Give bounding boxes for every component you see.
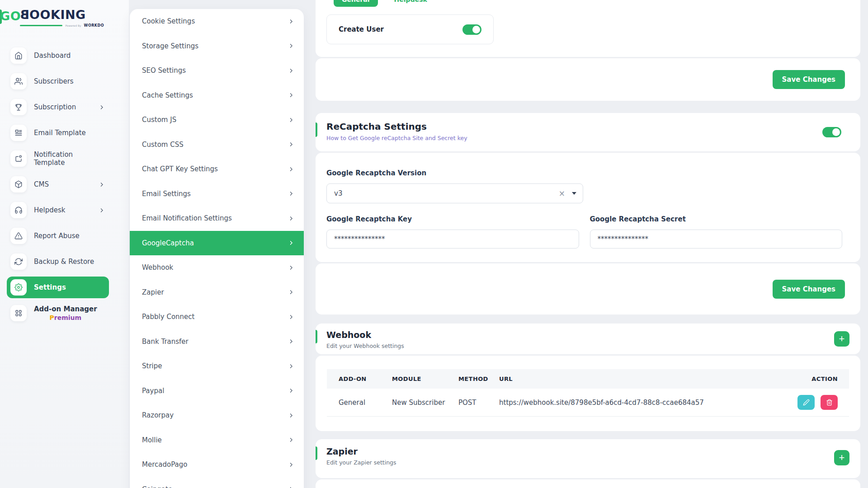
chevron-right-icon bbox=[288, 216, 293, 221]
recaptcha-key-group: Google Recaptcha Key bbox=[326, 215, 579, 249]
chevron-right-icon bbox=[288, 265, 293, 270]
clear-selection-icon[interactable]: × bbox=[559, 189, 565, 198]
settings-nav-webhook[interactable]: Webhook bbox=[130, 255, 304, 280]
chevron-right-icon bbox=[288, 413, 293, 418]
settings-nav-label: Razorpay bbox=[142, 411, 174, 419]
edit-webhook-button[interactable] bbox=[797, 395, 815, 410]
sidebar-item-label: CMS bbox=[34, 180, 49, 188]
settings-nav-label: Stripe bbox=[142, 362, 162, 370]
sidebar-item-label: Dashboard bbox=[34, 52, 71, 60]
recaptcha-form-card: Google Recaptcha Version v3 × Google Rec… bbox=[316, 153, 860, 262]
settings-nav-label: Email Notification Settings bbox=[142, 214, 232, 222]
delete-webhook-button[interactable] bbox=[821, 395, 838, 410]
settings-nav-label: Custom JS bbox=[142, 116, 176, 124]
powered-prefix: Powered By bbox=[65, 24, 81, 27]
sidebar-item-dashboard[interactable]: Dashboard bbox=[0, 43, 129, 69]
recaptcha-title: ReCaptcha Settings bbox=[326, 121, 860, 132]
settings-nav-bank-transfer[interactable]: Bank Transfer bbox=[130, 329, 304, 354]
settings-nav-label: Paypal bbox=[142, 387, 164, 395]
settings-nav-zapier[interactable]: Zapier bbox=[130, 280, 304, 305]
settings-nav-pabbly-connect[interactable]: Pabbly Connect bbox=[130, 305, 304, 329]
cell-method: POST bbox=[458, 389, 499, 417]
template-icon bbox=[10, 125, 27, 141]
zapier-title: Zapier bbox=[326, 446, 860, 456]
package-icon bbox=[10, 176, 27, 192]
chevron-right-icon bbox=[288, 241, 293, 245]
powered-by: Powered By WORKDO bbox=[20, 23, 104, 28]
recaptcha-help-link[interactable]: How to Get Google reCaptcha Site and Sec… bbox=[326, 135, 860, 141]
chevron-right-icon bbox=[288, 44, 293, 48]
column-header-url: URL bbox=[499, 369, 781, 389]
save-changes-button[interactable]: Save Changes bbox=[773, 280, 845, 299]
tab-general[interactable]: General bbox=[334, 0, 378, 7]
recaptcha-toggle[interactable] bbox=[822, 127, 841, 137]
settings-nav-razorpay[interactable]: Razorpay bbox=[130, 403, 304, 428]
recaptcha-secret-input[interactable] bbox=[590, 230, 843, 249]
chevron-right-icon bbox=[288, 364, 293, 368]
save-changes-button[interactable]: Save Changes bbox=[773, 70, 845, 89]
webhook-subtitle: Edit your Webhook settings bbox=[326, 343, 860, 349]
settings-nav-label: GoogleCaptcha bbox=[142, 239, 194, 247]
sidebar-item-settings[interactable]: Settings bbox=[7, 277, 109, 298]
add-zapier-button[interactable]: + bbox=[834, 450, 849, 465]
settings-nav-seo-settings[interactable]: SEO Settings bbox=[130, 58, 304, 83]
sidebar-item-backup-restore[interactable]: Backup & Restore bbox=[0, 249, 129, 275]
settings-nav-cookie-settings[interactable]: Cookie Settings bbox=[130, 9, 304, 34]
chevron-right-icon bbox=[288, 68, 293, 73]
settings-nav-email-settings[interactable]: Email Settings bbox=[130, 182, 304, 206]
recaptcha-keys-row: Google Recaptcha Key Google Recaptcha Se… bbox=[326, 215, 842, 249]
settings-nav-email-notification[interactable]: Email Notification Settings bbox=[130, 206, 304, 231]
settings-nav-cache-settings[interactable]: Cache Settings bbox=[130, 83, 304, 108]
zapier-subtitle: Edit your Zapier settings bbox=[326, 459, 860, 466]
sidebar-item-notification-template[interactable]: Notification Template bbox=[0, 146, 129, 172]
section-accent-bar bbox=[316, 330, 317, 343]
sidebar-item-email-template[interactable]: Email Template bbox=[0, 120, 129, 146]
alert-triangle-icon bbox=[10, 228, 27, 244]
settings-nav-stripe[interactable]: Stripe bbox=[130, 354, 304, 379]
settings-nav-label: SEO Settings bbox=[142, 66, 186, 75]
sidebar-nav: Dashboard Subscribers Subscription Email… bbox=[0, 43, 129, 326]
chevron-down-icon[interactable] bbox=[572, 192, 576, 195]
settings-nav-label: Custom CSS bbox=[142, 141, 184, 149]
settings-nav-paypal[interactable]: Paypal bbox=[130, 379, 304, 404]
sidebar-item-report-abuse[interactable]: Report Abuse bbox=[0, 223, 129, 249]
cell-url: https://webhook.site/8798e5bf-a6cd-4cd7-… bbox=[499, 389, 781, 417]
recaptcha-key-label: Google Recaptcha Key bbox=[326, 215, 579, 223]
settings-nav-chatgpt-key[interactable]: Chat GPT Key Settings bbox=[130, 157, 304, 182]
webhook-table-header-row: ADD-ON MODULE METHOD URL ACTION bbox=[327, 369, 849, 389]
brand-logo[interactable]: BOOKINGGO Powered By WORKDO bbox=[0, 0, 104, 28]
settings-nav-coingate[interactable]: Coingate bbox=[130, 477, 304, 488]
chevron-right-icon bbox=[288, 462, 293, 467]
sidebar-item-addon-manager[interactable]: Add-on Manager Premium bbox=[0, 300, 129, 326]
settings-nav-panel: Cookie Settings Storage Settings SEO Set… bbox=[130, 9, 304, 488]
settings-nav-label: Pabbly Connect bbox=[142, 313, 194, 321]
recaptcha-version-label: Google Recaptcha Version bbox=[326, 169, 842, 177]
settings-nav-googlecaptcha[interactable]: GoogleCaptcha bbox=[130, 231, 304, 256]
settings-nav-mollie[interactable]: Mollie bbox=[130, 428, 304, 453]
trophy-icon bbox=[10, 99, 27, 115]
chevron-right-icon bbox=[288, 389, 293, 393]
settings-nav-custom-css[interactable]: Custom CSS bbox=[130, 132, 304, 157]
create-user-toggle[interactable] bbox=[462, 24, 481, 35]
powered-brand: WORKDO bbox=[84, 23, 104, 28]
tab-helpdesk[interactable]: Helpdesk bbox=[394, 0, 427, 3]
premium-badge-first: P bbox=[50, 314, 54, 321]
premium-badge-rest: remium bbox=[54, 314, 81, 321]
sidebar-item-label: Email Template bbox=[34, 129, 86, 137]
add-webhook-button[interactable]: + bbox=[834, 331, 849, 347]
create-user-setting: Create User bbox=[326, 14, 494, 44]
recaptcha-key-input[interactable] bbox=[326, 230, 579, 249]
webhook-table-card: ADD-ON MODULE METHOD URL ACTION General … bbox=[316, 356, 860, 431]
sidebar-item-subscription[interactable]: Subscription bbox=[0, 94, 129, 120]
settings-nav-label: Storage Settings bbox=[142, 42, 198, 50]
settings-nav-custom-js[interactable]: Custom JS bbox=[130, 108, 304, 132]
sidebar-item-label: Subscribers bbox=[34, 77, 74, 85]
settings-nav-mercadopago[interactable]: MercadoPago bbox=[130, 452, 304, 477]
refresh-icon bbox=[10, 253, 27, 270]
sidebar-item-subscribers[interactable]: Subscribers bbox=[0, 69, 129, 94]
recaptcha-version-select[interactable]: v3 × bbox=[326, 183, 583, 203]
sidebar-item-helpdesk[interactable]: Helpdesk bbox=[0, 197, 129, 223]
sidebar-item-cms[interactable]: CMS bbox=[0, 172, 129, 197]
settings-nav-storage-settings[interactable]: Storage Settings bbox=[130, 34, 304, 59]
chevron-right-icon bbox=[288, 93, 293, 98]
